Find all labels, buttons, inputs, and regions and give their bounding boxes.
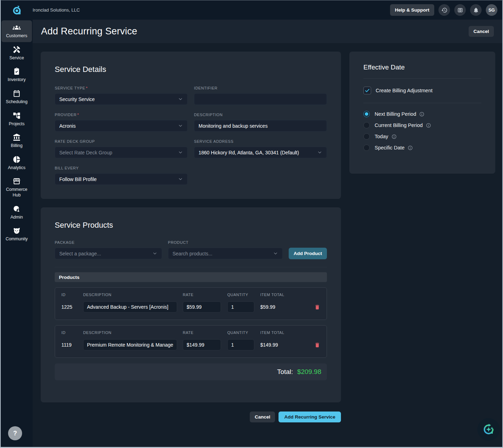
chevron-down-icon	[178, 176, 183, 182]
help-fab-button[interactable]: ?	[8, 426, 22, 440]
provider-label: PROVIDER	[55, 113, 76, 117]
sidebar-nav: Customers Service Inventory Scheduling P…	[1, 20, 33, 447]
divider	[363, 103, 481, 103]
rate-deck-group-select[interactable]: Select Rate Deck Group	[55, 147, 188, 158]
header-cancel-button[interactable]: Cancel	[469, 26, 494, 37]
product-id: 1119	[61, 342, 83, 348]
radio-today[interactable]: Today	[363, 133, 481, 140]
bill-every-value: Follow Bill Profile	[59, 176, 97, 182]
app-logo[interactable]	[1, 5, 33, 15]
info-icon[interactable]	[391, 134, 397, 139]
identifier-input[interactable]	[194, 93, 327, 105]
bill-every-select[interactable]: Follow Bill Profile	[55, 173, 188, 185]
radio-current-billing-period[interactable]: Current Billing Period	[363, 122, 481, 128]
service-address-label: SERVICE ADDRESS	[194, 139, 327, 143]
add-recurring-service-button[interactable]: Add Recurring Service	[279, 412, 341, 422]
radio-unselected-icon[interactable]	[363, 133, 370, 140]
product-description-input[interactable]	[83, 339, 177, 350]
sidebar-item-billing[interactable]: Billing	[1, 130, 32, 152]
product-search-select[interactable]: Search products...	[168, 248, 283, 259]
description-input[interactable]	[194, 120, 327, 132]
sidebar-item-label: Billing	[11, 143, 22, 149]
sidebar-item-projects[interactable]: Projects	[1, 108, 32, 130]
service-type-label: SERVICE TYPE	[55, 86, 85, 90]
effective-date-options: Next Billing Period Current Billing Peri…	[363, 111, 481, 151]
radio-selected-icon[interactable]	[363, 111, 370, 117]
add-product-button[interactable]: Add Product	[289, 248, 327, 259]
trash-icon	[314, 304, 320, 310]
delete-product-button[interactable]	[310, 342, 320, 348]
sidebar-item-label: Projects	[9, 121, 25, 127]
checkbox-checked-icon[interactable]	[363, 87, 371, 94]
history-button[interactable]	[438, 4, 450, 16]
bank-icon	[13, 133, 21, 141]
products-header-bar: Products	[55, 272, 327, 282]
create-billing-adjustment-checkbox-row[interactable]: Create Billing Adjustment	[363, 87, 481, 94]
product-rate-input[interactable]	[183, 339, 221, 350]
sidebar-item-community[interactable]: Community	[1, 223, 32, 245]
provider-field: PROVIDER* Acronis	[55, 113, 188, 132]
products-total-bar: Total: $209.98	[55, 363, 327, 380]
sidebar-item-customers[interactable]: Customers	[1, 20, 32, 42]
calendar-icon	[13, 89, 21, 98]
package-select[interactable]: Select a package...	[55, 248, 162, 259]
sidebar-item-commerce-hub[interactable]: Commerce Hub	[1, 174, 32, 201]
identifier-label: IDENTIFIER	[194, 86, 327, 90]
total-label: Total:	[277, 368, 293, 376]
col-header-id: ID	[61, 293, 83, 301]
description-field: DESCRIPTION	[194, 113, 327, 132]
divider	[363, 78, 481, 79]
service-type-value: Security Service	[59, 96, 95, 102]
col-header-quantity: QUANTITY	[227, 330, 260, 339]
chevron-down-icon	[178, 150, 183, 155]
rate-deck-group-label: RATE DECK GROUP	[55, 139, 188, 143]
product-rate-input[interactable]	[183, 301, 221, 313]
ai-assistant-button[interactable]	[477, 418, 500, 441]
radio-next-billing-period[interactable]: Next Billing Period	[363, 111, 481, 117]
sidebar-item-analytics[interactable]: Analytics	[1, 152, 32, 174]
sidebar-item-inventory[interactable]: Inventory	[1, 64, 32, 86]
radio-unselected-icon[interactable]	[363, 145, 370, 151]
col-header-description: DESCRIPTION	[83, 330, 183, 339]
user-avatar[interactable]: SG	[486, 4, 497, 16]
info-icon[interactable]	[426, 123, 431, 128]
product-quantity-input[interactable]	[227, 301, 254, 313]
chevron-down-icon	[178, 96, 183, 102]
provider-select[interactable]: Acronis	[55, 120, 188, 132]
service-products-panel: Service Products PACKAGE Select a packag…	[41, 207, 341, 402]
bill-every-field: BILL EVERY Follow Bill Profile	[55, 166, 188, 185]
ai-sparkle-icon	[482, 423, 495, 436]
bell-icon	[473, 7, 479, 13]
help-support-button[interactable]: Help & Support	[390, 4, 434, 16]
info-icon[interactable]	[419, 112, 424, 117]
sidebar-item-label: Community	[6, 236, 28, 242]
col-header-rate: RATE	[183, 293, 227, 301]
bill-every-label: BILL EVERY	[55, 166, 188, 170]
product-placeholder: Search products...	[173, 251, 213, 256]
page-header: Add Recurring Service Cancel	[33, 20, 502, 43]
product-quantity-input[interactable]	[227, 339, 254, 350]
identifier-field: IDENTIFIER	[194, 86, 327, 105]
required-marker: *	[77, 113, 79, 117]
info-icon[interactable]	[408, 145, 413, 151]
topbar-actions: Help & Support SG	[390, 4, 502, 16]
product-row: ID DESCRIPTION RATE QUANTITY ITEM TOTAL …	[55, 325, 327, 358]
product-row: ID DESCRIPTION RATE QUANTITY ITEM TOTAL …	[55, 287, 327, 320]
radio-specific-date[interactable]: Specific Date	[363, 145, 481, 151]
service-type-select[interactable]: Security Service	[55, 93, 188, 105]
sidebar-item-label: Inventory	[8, 77, 26, 83]
required-marker: *	[86, 86, 88, 90]
admin-shield-icon	[13, 205, 21, 213]
trash-icon	[314, 342, 320, 348]
radio-unselected-icon[interactable]	[363, 122, 370, 128]
sidebar-item-admin[interactable]: Admin	[1, 202, 32, 223]
product-description-input[interactable]	[83, 301, 177, 313]
delete-product-button[interactable]	[310, 304, 320, 310]
footer-cancel-button[interactable]: Cancel	[250, 412, 275, 422]
sidebar-item-scheduling[interactable]: Scheduling	[1, 86, 32, 108]
sidebar-item-service[interactable]: Service	[1, 42, 32, 64]
service-address-select[interactable]: 1860 Hickory Rd, Atlanta, GA, 30341 (Def…	[194, 147, 327, 158]
timer-button[interactable]	[454, 4, 466, 16]
col-header-rate: RATE	[183, 330, 227, 339]
notifications-button[interactable]	[470, 4, 482, 16]
